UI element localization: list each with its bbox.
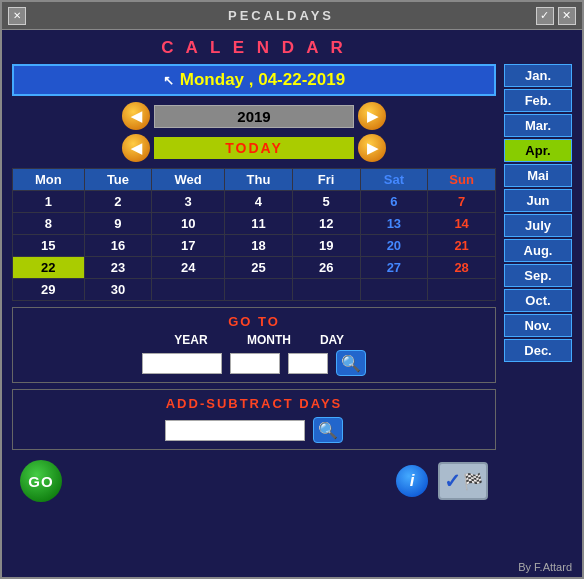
col-mon: Mon — [13, 169, 85, 191]
title-bar-left: ✕ — [8, 7, 26, 25]
year-label: YEAR — [151, 333, 231, 347]
go-to-section: GO TO YEAR MONTH DAY 🔍 — [12, 307, 496, 383]
left-panel: C A L E N D A R ↖ Monday , 04-22-2019 ◀ … — [12, 38, 496, 506]
calendar-day[interactable]: 26 — [292, 257, 360, 279]
goto-day-input[interactable] — [288, 353, 328, 374]
check-button[interactable]: ✓ 🏁 — [438, 462, 488, 500]
calendar-day[interactable]: 24 — [152, 257, 225, 279]
flag-icon: 🏁 — [463, 472, 483, 491]
calendar-day[interactable]: 4 — [225, 191, 293, 213]
calendar-day[interactable]: 23 — [84, 257, 152, 279]
calendar-day[interactable]: 5 — [292, 191, 360, 213]
col-sun: Sun — [428, 169, 496, 191]
calendar-day[interactable]: 18 — [225, 235, 293, 257]
cursor-icon: ↖ — [163, 73, 174, 88]
search-icon: 🔍 — [341, 354, 361, 373]
calendar-day[interactable]: 2 — [84, 191, 152, 213]
today-nav: ◀ TODAY ▶ — [12, 134, 496, 162]
calendar-day[interactable]: 1 — [13, 191, 85, 213]
footer-credit: By F.Attard — [518, 561, 572, 573]
calendar-title: C A L E N D A R — [12, 38, 496, 58]
calendar-day[interactable]: 19 — [292, 235, 360, 257]
calendar-day[interactable]: 9 — [84, 213, 152, 235]
calendar-day[interactable]: 20 — [360, 235, 428, 257]
month-button-oct[interactable]: Oct. — [504, 289, 572, 312]
calendar-day[interactable]: 14 — [428, 213, 496, 235]
calendar-day[interactable]: 22 — [13, 257, 85, 279]
calendar-day — [152, 279, 225, 301]
months-panel: Jan.Feb.Mar.Apr.MaiJunJulyAug.Sep.Oct.No… — [504, 38, 572, 506]
calendar-row: 1234567 — [13, 191, 496, 213]
year-prev-button[interactable]: ◀ — [122, 102, 150, 130]
close-button[interactable]: ✕ — [558, 7, 576, 25]
year-input[interactable] — [154, 105, 354, 128]
app-icon[interactable]: ✕ — [8, 7, 26, 25]
calendar-day[interactable]: 25 — [225, 257, 293, 279]
month-button-apr[interactable]: Apr. — [504, 139, 572, 162]
month-button-sep[interactable]: Sep. — [504, 264, 572, 287]
month-button-feb[interactable]: Feb. — [504, 89, 572, 112]
add-subtract-input[interactable] — [165, 420, 305, 441]
col-tue: Tue — [84, 169, 152, 191]
minimize-button[interactable]: ✓ — [536, 7, 554, 25]
go-main-button[interactable]: GO — [20, 460, 62, 502]
calendar-row: 22232425262728 — [13, 257, 496, 279]
calendar-row: 2930 — [13, 279, 496, 301]
col-wed: Wed — [152, 169, 225, 191]
month-next-button[interactable]: ▶ — [358, 134, 386, 162]
add-subtract-title: ADD-SUBTRACT DAYS — [21, 396, 487, 411]
month-button-dec[interactable]: Dec. — [504, 339, 572, 362]
month-prev-button[interactable]: ◀ — [122, 134, 150, 162]
col-sat: Sat — [360, 169, 428, 191]
calendar-day[interactable]: 11 — [225, 213, 293, 235]
goto-year-input[interactable] — [142, 353, 222, 374]
calendar-day[interactable]: 13 — [360, 213, 428, 235]
calendar-day[interactable]: 10 — [152, 213, 225, 235]
info-button[interactable]: i — [396, 465, 428, 497]
month-button-nov[interactable]: Nov. — [504, 314, 572, 337]
year-nav: ◀ ▶ — [12, 102, 496, 130]
selected-date: Monday , 04-22-2019 — [180, 70, 345, 90]
calendar-day[interactable]: 16 — [84, 235, 152, 257]
col-thu: Thu — [225, 169, 293, 191]
today-button[interactable]: TODAY — [154, 137, 354, 159]
calendar-day[interactable]: 15 — [13, 235, 85, 257]
calendar-day[interactable]: 3 — [152, 191, 225, 213]
month-button-jan[interactable]: Jan. — [504, 64, 572, 87]
go-to-title: GO TO — [21, 314, 487, 329]
add-search-icon: 🔍 — [318, 421, 338, 440]
calendar-row: 15161718192021 — [13, 235, 496, 257]
calendar-day[interactable]: 8 — [13, 213, 85, 235]
calendar-day[interactable]: 29 — [13, 279, 85, 301]
calendar-day[interactable]: 17 — [152, 235, 225, 257]
goto-search-button[interactable]: 🔍 — [336, 350, 366, 376]
check-icon: ✓ — [444, 469, 461, 493]
add-subtract-inputs: 🔍 — [21, 417, 487, 443]
content-area: C A L E N D A R ↖ Monday , 04-22-2019 ◀ … — [2, 30, 582, 514]
calendar-table: Mon Tue Wed Thu Fri Sat Sun 123456789101… — [12, 168, 496, 301]
month-button-mar[interactable]: Mar. — [504, 114, 572, 137]
add-subtract-search-button[interactable]: 🔍 — [313, 417, 343, 443]
month-button-jun[interactable]: Jun — [504, 189, 572, 212]
calendar-day[interactable]: 21 — [428, 235, 496, 257]
month-button-mai[interactable]: Mai — [504, 164, 572, 187]
year-next-button[interactable]: ▶ — [358, 102, 386, 130]
go-to-labels: YEAR MONTH DAY — [21, 333, 487, 347]
calendar-day[interactable]: 12 — [292, 213, 360, 235]
month-button-aug[interactable]: Aug. — [504, 239, 572, 262]
calendar-day[interactable]: 28 — [428, 257, 496, 279]
month-button-july[interactable]: July — [504, 214, 572, 237]
calendar-day[interactable]: 30 — [84, 279, 152, 301]
date-display: ↖ Monday , 04-22-2019 — [12, 64, 496, 96]
calendar-day[interactable]: 6 — [360, 191, 428, 213]
main-window: ✕ PECALDAYS ✓ ✕ C A L E N D A R ↖ Monday… — [0, 0, 584, 579]
go-to-inputs: 🔍 — [21, 350, 487, 376]
calendar-day[interactable]: 7 — [428, 191, 496, 213]
calendar-day — [428, 279, 496, 301]
day-label: DAY — [307, 333, 357, 347]
goto-month-input[interactable] — [230, 353, 280, 374]
calendar-day[interactable]: 27 — [360, 257, 428, 279]
window-title: PECALDAYS — [228, 8, 334, 23]
title-bar-right: ✓ ✕ — [536, 7, 576, 25]
month-label: MONTH — [239, 333, 299, 347]
